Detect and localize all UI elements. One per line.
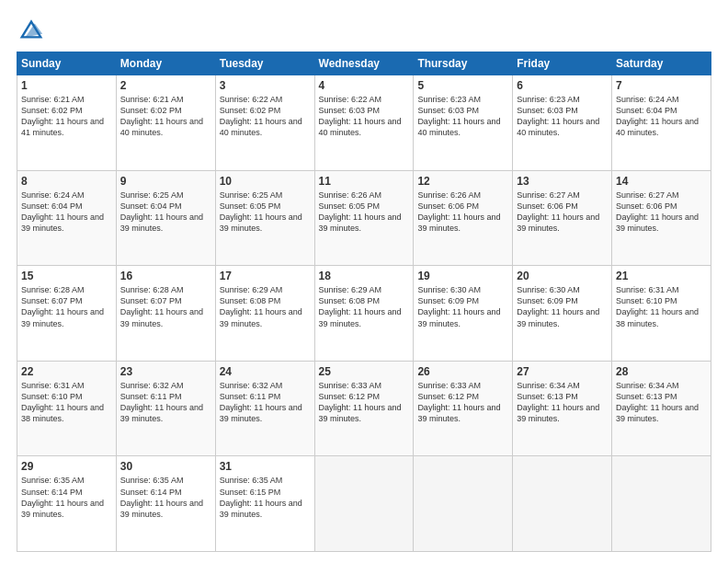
calendar-header-cell: Wednesday <box>314 52 414 75</box>
page: SundayMondayTuesdayWednesdayThursdayFrid… <box>0 0 728 563</box>
calendar-cell: 25Sunrise: 6:33 AMSunset: 6:12 PMDayligh… <box>314 361 414 456</box>
day-number: 2 <box>120 79 211 92</box>
calendar-cell: 30Sunrise: 6:35 AMSunset: 6:14 PMDayligh… <box>116 456 215 552</box>
cell-details: Sunrise: 6:21 AMSunset: 6:02 PMDaylight:… <box>120 95 203 137</box>
day-number: 25 <box>319 365 410 378</box>
logo-icon <box>18 17 44 42</box>
calendar-cell: 7Sunrise: 6:24 AMSunset: 6:04 PMDaylight… <box>612 75 711 171</box>
day-number: 10 <box>220 175 311 188</box>
day-number: 5 <box>417 79 508 92</box>
calendar-cell: 28Sunrise: 6:34 AMSunset: 6:13 PMDayligh… <box>612 361 711 456</box>
day-number: 31 <box>220 460 311 473</box>
calendar-cell: 29Sunrise: 6:35 AMSunset: 6:14 PMDayligh… <box>17 456 117 552</box>
day-number: 8 <box>21 175 112 188</box>
cell-details: Sunrise: 6:23 AMSunset: 6:03 PMDaylight:… <box>417 95 500 137</box>
cell-details: Sunrise: 6:22 AMSunset: 6:02 PMDaylight:… <box>220 95 302 137</box>
day-number: 1 <box>21 79 112 92</box>
cell-details: Sunrise: 6:33 AMSunset: 6:12 PMDaylight:… <box>319 381 402 423</box>
cell-details: Sunrise: 6:25 AMSunset: 6:04 PMDaylight:… <box>120 190 203 233</box>
calendar-cell: 4Sunrise: 6:22 AMSunset: 6:03 PMDaylight… <box>314 75 414 171</box>
calendar-header-row: SundayMondayTuesdayWednesdayThursdayFrid… <box>17 52 711 75</box>
cell-details: Sunrise: 6:31 AMSunset: 6:10 PMDaylight:… <box>21 381 104 423</box>
cell-details: Sunrise: 6:34 AMSunset: 6:13 PMDaylight:… <box>517 381 599 423</box>
cell-details: Sunrise: 6:21 AMSunset: 6:02 PMDaylight:… <box>21 95 104 137</box>
day-number: 16 <box>120 270 211 282</box>
calendar-cell <box>612 456 711 552</box>
cell-details: Sunrise: 6:25 AMSunset: 6:05 PMDaylight:… <box>220 190 302 233</box>
cell-details: Sunrise: 6:26 AMSunset: 6:05 PMDaylight:… <box>319 190 402 233</box>
day-number: 13 <box>517 175 608 188</box>
calendar-table: SundayMondayTuesdayWednesdayThursdayFrid… <box>17 52 711 552</box>
calendar-cell <box>314 456 414 552</box>
calendar-cell: 17Sunrise: 6:29 AMSunset: 6:08 PMDayligh… <box>215 266 314 362</box>
cell-details: Sunrise: 6:35 AMSunset: 6:14 PMDaylight:… <box>120 476 203 518</box>
day-number: 17 <box>220 270 311 282</box>
cell-details: Sunrise: 6:32 AMSunset: 6:11 PMDaylight:… <box>220 381 302 423</box>
calendar-body: 1Sunrise: 6:21 AMSunset: 6:02 PMDaylight… <box>17 75 711 552</box>
calendar-cell: 31Sunrise: 6:35 AMSunset: 6:15 PMDayligh… <box>215 456 314 552</box>
calendar-cell: 2Sunrise: 6:21 AMSunset: 6:02 PMDaylight… <box>116 75 215 171</box>
calendar-cell: 23Sunrise: 6:32 AMSunset: 6:11 PMDayligh… <box>116 361 215 456</box>
logo <box>17 17 44 42</box>
calendar-cell: 15Sunrise: 6:28 AMSunset: 6:07 PMDayligh… <box>17 266 117 362</box>
day-number: 9 <box>120 175 211 188</box>
calendar-cell: 19Sunrise: 6:30 AMSunset: 6:09 PMDayligh… <box>414 266 513 362</box>
calendar-cell: 18Sunrise: 6:29 AMSunset: 6:08 PMDayligh… <box>314 266 414 362</box>
calendar-week-row: 15Sunrise: 6:28 AMSunset: 6:07 PMDayligh… <box>17 266 711 362</box>
day-number: 23 <box>120 365 211 378</box>
header <box>17 17 711 42</box>
day-number: 24 <box>220 365 311 378</box>
calendar-header-cell: Thursday <box>414 52 513 75</box>
day-number: 3 <box>220 79 311 92</box>
day-number: 6 <box>517 79 608 92</box>
cell-details: Sunrise: 6:32 AMSunset: 6:11 PMDaylight:… <box>120 381 203 423</box>
cell-details: Sunrise: 6:34 AMSunset: 6:13 PMDaylight:… <box>616 381 699 423</box>
calendar-cell: 10Sunrise: 6:25 AMSunset: 6:05 PMDayligh… <box>215 170 314 266</box>
calendar-cell: 12Sunrise: 6:26 AMSunset: 6:06 PMDayligh… <box>414 170 513 266</box>
calendar-cell: 24Sunrise: 6:32 AMSunset: 6:11 PMDayligh… <box>215 361 314 456</box>
calendar-cell: 8Sunrise: 6:24 AMSunset: 6:04 PMDaylight… <box>17 170 117 266</box>
calendar-week-row: 22Sunrise: 6:31 AMSunset: 6:10 PMDayligh… <box>17 361 711 456</box>
cell-details: Sunrise: 6:24 AMSunset: 6:04 PMDaylight:… <box>616 95 699 137</box>
day-number: 28 <box>616 365 707 378</box>
calendar-cell: 1Sunrise: 6:21 AMSunset: 6:02 PMDaylight… <box>17 75 117 171</box>
cell-details: Sunrise: 6:23 AMSunset: 6:03 PMDaylight:… <box>517 95 599 137</box>
calendar-cell: 11Sunrise: 6:26 AMSunset: 6:05 PMDayligh… <box>314 170 414 266</box>
calendar-week-row: 8Sunrise: 6:24 AMSunset: 6:04 PMDaylight… <box>17 170 711 266</box>
calendar-header-cell: Friday <box>513 52 612 75</box>
cell-details: Sunrise: 6:27 AMSunset: 6:06 PMDaylight:… <box>616 190 699 233</box>
calendar-cell: 27Sunrise: 6:34 AMSunset: 6:13 PMDayligh… <box>513 361 612 456</box>
calendar-cell: 13Sunrise: 6:27 AMSunset: 6:06 PMDayligh… <box>513 170 612 266</box>
calendar-cell: 21Sunrise: 6:31 AMSunset: 6:10 PMDayligh… <box>612 266 711 362</box>
day-number: 30 <box>120 460 211 473</box>
cell-details: Sunrise: 6:29 AMSunset: 6:08 PMDaylight:… <box>319 285 402 327</box>
calendar-header-cell: Saturday <box>612 52 711 75</box>
cell-details: Sunrise: 6:26 AMSunset: 6:06 PMDaylight:… <box>417 190 500 233</box>
calendar-cell <box>414 456 513 552</box>
day-number: 7 <box>616 79 707 92</box>
calendar-cell: 16Sunrise: 6:28 AMSunset: 6:07 PMDayligh… <box>116 266 215 362</box>
cell-details: Sunrise: 6:27 AMSunset: 6:06 PMDaylight:… <box>517 190 599 233</box>
day-number: 20 <box>517 270 608 282</box>
day-number: 15 <box>21 270 112 282</box>
day-number: 12 <box>417 175 508 188</box>
cell-details: Sunrise: 6:28 AMSunset: 6:07 PMDaylight:… <box>21 285 104 327</box>
day-number: 22 <box>21 365 112 378</box>
day-number: 26 <box>417 365 508 378</box>
calendar-cell: 22Sunrise: 6:31 AMSunset: 6:10 PMDayligh… <box>17 361 117 456</box>
calendar-week-row: 29Sunrise: 6:35 AMSunset: 6:14 PMDayligh… <box>17 456 711 552</box>
calendar-cell: 20Sunrise: 6:30 AMSunset: 6:09 PMDayligh… <box>513 266 612 362</box>
calendar-header-cell: Sunday <box>17 52 117 75</box>
day-number: 29 <box>21 460 112 473</box>
calendar-header-cell: Tuesday <box>215 52 314 75</box>
calendar-cell <box>513 456 612 552</box>
cell-details: Sunrise: 6:22 AMSunset: 6:03 PMDaylight:… <box>319 95 402 137</box>
calendar-cell: 9Sunrise: 6:25 AMSunset: 6:04 PMDaylight… <box>116 170 215 266</box>
cell-details: Sunrise: 6:33 AMSunset: 6:12 PMDaylight:… <box>417 381 500 423</box>
day-number: 4 <box>319 79 410 92</box>
cell-details: Sunrise: 6:29 AMSunset: 6:08 PMDaylight:… <box>220 285 302 327</box>
calendar-week-row: 1Sunrise: 6:21 AMSunset: 6:02 PMDaylight… <box>17 75 711 171</box>
day-number: 19 <box>417 270 508 282</box>
cell-details: Sunrise: 6:35 AMSunset: 6:15 PMDaylight:… <box>220 476 302 518</box>
day-number: 27 <box>517 365 608 378</box>
